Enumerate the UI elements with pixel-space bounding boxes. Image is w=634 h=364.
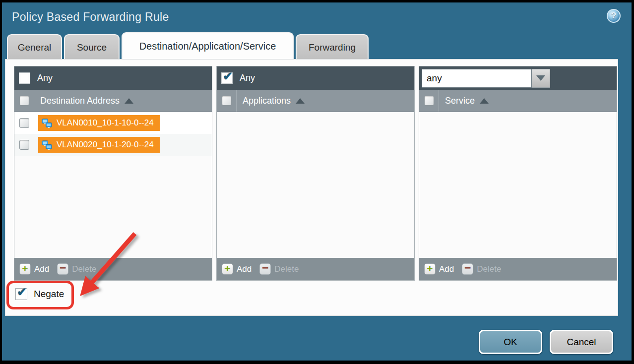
applications-select-all-checkbox[interactable] [222, 96, 232, 106]
destination-panel-footer: + Add − Delete [14, 258, 212, 280]
address-object-label: VLAN0020_10-1-20-0--24 [57, 140, 154, 150]
ok-button[interactable]: OK [479, 330, 542, 354]
add-button[interactable]: + Add [424, 263, 454, 275]
help-icon[interactable]: ? [607, 9, 621, 23]
delete-minus-icon: − [57, 263, 68, 275]
service-dropdown[interactable]: any [422, 69, 550, 88]
tab-bar: General Source Destination/Application/S… [7, 32, 369, 60]
destination-list: VLAN0010_10-1-10-0--24 [14, 112, 212, 258]
delete-button[interactable]: − Delete [259, 263, 299, 275]
screenshot-frame: Policy Based Forwarding Rule ? General S… [0, 0, 634, 364]
applications-any-label: Any [240, 73, 255, 83]
destination-any-checkbox[interactable] [19, 72, 30, 84]
negate-checkbox[interactable] [15, 288, 27, 300]
address-object-chip[interactable]: VLAN0010_10-1-10-0--24 [38, 115, 160, 131]
row-checkbox[interactable] [19, 118, 29, 128]
tab-content-area: Any Destination Address [5, 59, 618, 316]
applications-panel-footer: + Add − Delete [217, 258, 414, 280]
service-column-label: Service [445, 96, 475, 106]
service-panel: any Service [419, 66, 617, 281]
service-list [419, 112, 617, 258]
network-address-icon [41, 139, 53, 151]
add-plus-icon: + [424, 263, 436, 275]
cancel-button[interactable]: Cancel [550, 330, 613, 354]
row-checkbox-cell [14, 134, 34, 156]
network-address-icon [41, 118, 53, 129]
tab-general[interactable]: General [7, 34, 62, 60]
negate-control: Negate [15, 288, 64, 300]
destination-column-header[interactable]: Destination Address [14, 90, 212, 112]
dialog-title: Policy Based Forwarding Rule [12, 10, 169, 24]
service-dropdown-value: any [422, 69, 532, 88]
applications-any-checkbox[interactable] [221, 72, 233, 84]
panels-row: Any Destination Address [14, 66, 617, 281]
row-checkbox-cell [14, 112, 34, 134]
applications-column-label: Applications [243, 96, 291, 106]
destination-any-label: Any [37, 73, 53, 83]
sort-ascending-icon [480, 98, 489, 104]
sort-ascending-icon [125, 98, 133, 104]
row-checkbox[interactable] [19, 140, 29, 150]
negate-label: Negate [34, 289, 64, 300]
sort-ascending-icon [296, 98, 305, 104]
applications-any-bar: Any [217, 66, 414, 90]
policy-based-forwarding-dialog: Policy Based Forwarding Rule ? General S… [2, 2, 632, 361]
table-row: VLAN0020_10-1-20-0--24 [14, 134, 212, 156]
add-plus-icon: + [222, 263, 233, 275]
service-panel-footer: + Add − Delete [419, 258, 617, 280]
tab-forwarding[interactable]: Forwarding [296, 34, 369, 60]
table-row: VLAN0010_10-1-10-0--24 [14, 112, 212, 134]
address-object-label: VLAN0010_10-1-10-0--24 [57, 118, 154, 128]
destination-column-label: Destination Address [40, 96, 120, 106]
applications-list [217, 112, 414, 258]
applications-column-header[interactable]: Applications [217, 90, 414, 112]
destination-address-panel: Any Destination Address [14, 66, 212, 281]
destination-header-checkbox-cell [14, 90, 34, 112]
service-header-checkbox-cell [419, 90, 439, 112]
dropdown-button[interactable] [532, 69, 550, 88]
destination-any-bar: Any [14, 66, 212, 90]
service-column-header[interactable]: Service [419, 90, 617, 112]
delete-minus-icon: − [259, 263, 271, 275]
service-dropdown-bar: any [419, 66, 617, 90]
tab-source[interactable]: Source [64, 34, 120, 60]
delete-minus-icon: − [462, 263, 473, 275]
service-select-all-checkbox[interactable] [424, 96, 434, 106]
add-plus-icon: + [19, 263, 31, 275]
address-object-chip[interactable]: VLAN0020_10-1-20-0--24 [38, 137, 160, 153]
delete-button[interactable]: − Delete [57, 263, 96, 275]
destination-select-all-checkbox[interactable] [19, 96, 29, 106]
applications-panel: Any Applications + [216, 66, 415, 281]
delete-button[interactable]: − Delete [462, 263, 501, 275]
chevron-down-icon [536, 75, 545, 81]
applications-header-checkbox-cell [217, 90, 237, 112]
add-button[interactable]: + Add [19, 263, 49, 275]
tab-destination-application-service[interactable]: Destination/Application/Service [122, 32, 294, 60]
add-button[interactable]: + Add [222, 263, 252, 275]
